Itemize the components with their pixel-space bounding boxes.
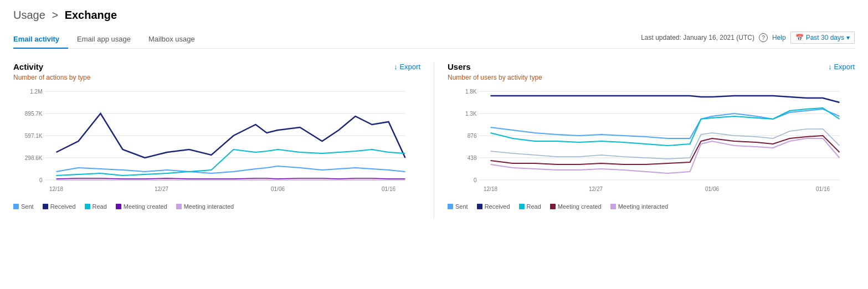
legend-meeting-created: Meeting created [116,203,167,210]
users-legend-received-dot [477,204,482,209]
help-link[interactable]: Help [772,34,786,42]
svg-text:0: 0 [39,177,43,183]
legend-received-label: Received [50,203,76,210]
svg-text:12/18: 12/18 [49,186,63,192]
legend-read-dot [85,204,90,209]
svg-text:01/06: 01/06 [271,186,285,192]
svg-text:01/16: 01/16 [382,186,396,192]
date-range-label: Past 30 days [806,34,844,42]
activity-export-button[interactable]: ↓ Export [394,63,420,71]
date-picker[interactable]: 📅 Past 30 days ▾ [790,32,855,44]
help-icon[interactable]: ? [759,33,768,42]
tabs-bar: Email activity Email app usage Mailbox u… [13,30,855,49]
users-chart-header: Users ↓ Export [448,62,855,71]
breadcrumb: Usage > Exchange [13,9,855,22]
svg-text:0: 0 [474,177,477,183]
breadcrumb-current: Exchange [65,9,117,21]
users-legend-read: Read [519,203,541,210]
toolbar: Last updated: January 16, 2021 (UTC) ? H… [641,32,855,47]
export-down-icon2: ↓ [828,63,832,71]
tab-email-app-usage[interactable]: Email app usage [68,30,140,49]
svg-text:876: 876 [468,133,477,139]
users-subtitle: Number of users by activity type [448,74,855,81]
svg-text:895.7K: 895.7K [25,111,43,117]
breadcrumb-separator: > [52,9,58,21]
users-legend-meeting-interacted-label: Meeting interacted [618,203,669,210]
users-legend-read-label: Read [527,203,541,210]
users-legend-sent: Sent [448,203,468,210]
users-legend-read-dot [519,204,525,209]
tab-mailbox-usage[interactable]: Mailbox usage [140,30,204,49]
svg-text:1.2M: 1.2M [30,89,42,95]
users-title: Users [448,62,471,71]
activity-chart-svg: 1.2M 895.7K 597.1K 298.6K 0 12/18 12/27 … [13,86,420,197]
users-chart-svg: 1.8K 1.3K 876 438 0 12/18 12/27 01/06 01… [448,86,855,197]
breadcrumb-parent: Usage [13,9,45,21]
users-legend-sent-label: Sent [455,203,468,210]
legend-sent: Sent [13,203,34,210]
users-legend-meeting-created: Meeting created [550,203,602,210]
legend-meeting-created-dot [116,204,121,209]
users-legend-received-label: Received [485,203,510,210]
legend-received-dot [43,204,48,209]
page-container: Usage > Exchange Email activity Email ap… [0,0,868,228]
export-down-icon: ↓ [394,63,398,71]
tabs-left: Email activity Email app usage Mailbox u… [13,30,204,48]
svg-text:597.1K: 597.1K [25,133,43,139]
users-chart-area: 1.8K 1.3K 876 438 0 12/18 12/27 01/06 01… [448,86,855,197]
charts-container: Activity ↓ Export Number of actions by t… [13,62,855,219]
legend-meeting-interacted: Meeting interacted [176,203,234,210]
legend-meeting-interacted-label: Meeting interacted [184,203,234,210]
legend-read: Read [85,203,107,210]
activity-subtitle: Number of actions by type [13,74,420,81]
users-panel: Users ↓ Export Number of users by activi… [434,62,855,219]
users-legend-sent-dot [448,204,453,209]
activity-chart-area: 1.2M 895.7K 597.1K 298.6K 0 12/18 12/27 … [13,86,420,197]
last-updated-text: Last updated: January 16, 2021 (UTC) [641,34,754,42]
legend-sent-label: Sent [21,203,34,210]
activity-chart-header: Activity ↓ Export [13,62,420,71]
calendar-icon: 📅 [795,34,804,42]
svg-text:12/27: 12/27 [589,186,603,192]
svg-text:12/18: 12/18 [484,186,497,192]
users-legend-meeting-interacted: Meeting interacted [610,203,669,210]
legend-received: Received [43,203,76,210]
legend-meeting-interacted-dot [176,204,182,209]
svg-text:12/27: 12/27 [155,186,168,192]
svg-text:1.8K: 1.8K [465,89,477,95]
svg-text:1.3K: 1.3K [465,111,477,117]
svg-text:298.6K: 298.6K [25,155,43,161]
activity-title: Activity [13,62,43,71]
legend-read-label: Read [93,203,107,210]
users-legend-meeting-interacted-dot [610,204,616,209]
svg-text:438: 438 [468,155,477,161]
chevron-down-icon: ▾ [846,34,850,42]
legend-sent-dot [13,204,19,209]
tab-email-activity[interactable]: Email activity [13,30,68,49]
users-legend-meeting-created-label: Meeting created [558,203,602,210]
users-legend-meeting-created-dot [550,204,556,209]
users-legend: Sent Received Read Meeting created Meeti… [448,203,855,210]
users-legend-received: Received [477,203,510,210]
legend-meeting-created-label: Meeting created [124,203,167,210]
activity-legend: Sent Received Read Meeting created Meeti… [13,203,420,210]
svg-text:01/16: 01/16 [816,186,830,192]
users-export-button[interactable]: ↓ Export [828,63,855,71]
activity-panel: Activity ↓ Export Number of actions by t… [13,62,434,219]
svg-text:01/06: 01/06 [705,186,719,192]
